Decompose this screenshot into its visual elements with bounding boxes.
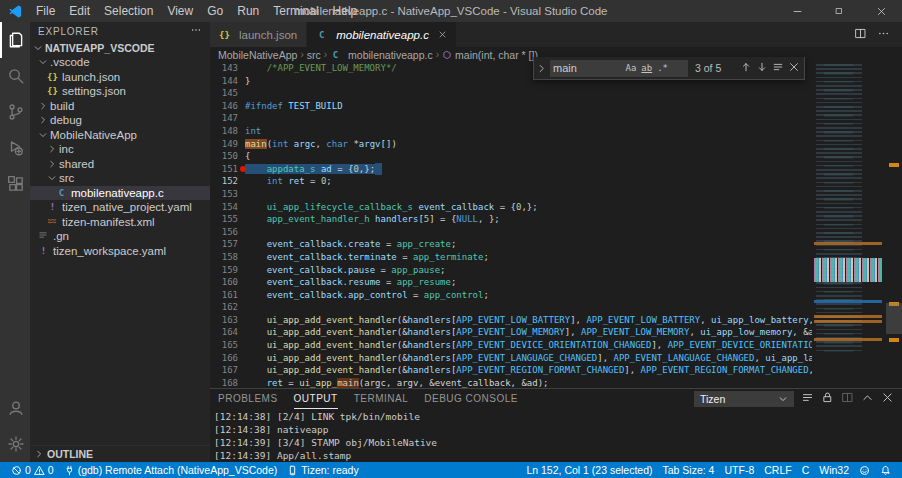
tree-item-tizen_workspace.yaml[interactable]: !tizen_workspace.yaml: [30, 244, 210, 259]
code-line-153[interactable]: 153: [210, 188, 812, 201]
line-number[interactable]: 152: [210, 175, 238, 188]
line-number[interactable]: 160: [210, 276, 238, 289]
line-number[interactable]: 165: [210, 339, 238, 352]
explorer-more-actions-icon[interactable]: [190, 24, 202, 38]
activity-extensions[interactable]: [0, 166, 30, 202]
menu-help[interactable]: Help: [326, 0, 365, 22]
breadcrumb-item-2[interactable]: src: [307, 49, 321, 61]
close-tab-icon[interactable]: [438, 29, 447, 41]
line-number[interactable]: 144: [210, 75, 238, 88]
regex-icon[interactable]: .*: [655, 63, 671, 73]
activity-run-and-debug[interactable]: [0, 130, 30, 166]
line-number[interactable]: 168: [210, 377, 238, 388]
line-number[interactable]: 155: [210, 213, 238, 226]
next-match-icon[interactable]: [756, 59, 768, 77]
status-cursor-position[interactable]: Ln 152, Col 1 (23 selected): [521, 464, 657, 476]
code-line-159[interactable]: 159 event_callback.pause = app_pause;: [210, 264, 812, 277]
line-number[interactable]: 157: [210, 238, 238, 251]
code-line-152[interactable]: 152 int ret = 0;: [210, 175, 812, 188]
line-number[interactable]: 145: [210, 87, 238, 100]
code-line-155[interactable]: 155 app_event_handler_h handlers[5] = {N…: [210, 213, 812, 226]
line-number[interactable]: 164: [210, 326, 238, 339]
menu-go[interactable]: Go: [200, 0, 230, 22]
scroll-lock-icon[interactable]: [821, 390, 834, 408]
breadcrumb-item-4[interactable]: main(int, char * []): [442, 49, 538, 61]
maximize-icon[interactable]: [818, 0, 860, 22]
tizen-status[interactable]: Tizen: ready: [282, 464, 363, 476]
minimap[interactable]: [812, 62, 886, 388]
line-number[interactable]: 147: [210, 112, 238, 125]
activity-search[interactable]: [0, 58, 30, 94]
status-language-mode[interactable]: C: [797, 464, 815, 476]
tree-item-inc[interactable]: inc: [30, 142, 210, 157]
panel-tab-debug-console[interactable]: DEBUG CONSOLE: [424, 389, 518, 409]
code-line-162[interactable]: 162: [210, 301, 812, 314]
match-case-icon[interactable]: Aa: [623, 63, 639, 73]
code-line-165[interactable]: 165 ui_app_add_event_handler(&handlers[A…: [210, 339, 812, 352]
menu-selection[interactable]: Selection: [97, 0, 160, 22]
code-line-158[interactable]: 158 event_callback.terminate = app_termi…: [210, 251, 812, 264]
close-window-icon[interactable]: [860, 0, 902, 22]
tree-item-.gn[interactable]: .gn: [30, 229, 210, 244]
activity-source-control[interactable]: [0, 94, 30, 130]
line-number[interactable]: 167: [210, 364, 238, 377]
code-line-149[interactable]: 149main(int argc, char *argv[]): [210, 138, 812, 151]
close-find-icon[interactable]: [788, 59, 800, 77]
line-number[interactable]: 159: [210, 264, 238, 277]
line-number[interactable]: 153: [210, 188, 238, 201]
code-line-151[interactable]: 151 appdata_s ad = {0,};: [210, 163, 812, 176]
panel-tab-output[interactable]: OUTPUT: [294, 389, 338, 409]
workspace-root-row[interactable]: NATIVEAPP_VSCODE: [30, 40, 210, 55]
menu-file[interactable]: File: [29, 0, 62, 22]
output-channel-select[interactable]: Tizen: [694, 391, 794, 407]
tree-item-build[interactable]: build: [30, 99, 210, 114]
line-number[interactable]: 146: [210, 100, 238, 113]
status-eol[interactable]: CRLF: [759, 464, 796, 476]
code-line-147[interactable]: 147: [210, 112, 812, 125]
tab-mobilenativeapp.c[interactable]: Cmobilenativeapp.c: [307, 22, 457, 47]
toggle-replace-icon[interactable]: [536, 63, 547, 74]
line-number[interactable]: 149: [210, 138, 238, 151]
code-line-146[interactable]: 146#ifndef TEST_BUILD: [210, 100, 812, 113]
code-line-156[interactable]: 156: [210, 226, 812, 239]
panel-tab-problems[interactable]: PROBLEMS: [218, 389, 278, 409]
tree-item-settings.json[interactable]: {}settings.json: [30, 84, 210, 99]
tree-item-mobilenativeapp.c[interactable]: Cmobilenativeapp.c: [30, 186, 210, 201]
tree-item-src[interactable]: src: [30, 171, 210, 186]
line-number[interactable]: 150: [210, 150, 238, 163]
find-input[interactable]: [553, 62, 623, 74]
split-editor-icon[interactable]: [854, 26, 867, 44]
breadcrumb-item-3[interactable]: Cmobilenativeapp.c: [330, 49, 433, 61]
activity-explorer[interactable]: [0, 22, 30, 58]
notifications-bell-icon[interactable]: [875, 465, 896, 476]
problems-status[interactable]: 0 0: [6, 464, 59, 476]
tree-item-tizen-manifest.xml[interactable]: tizen-manifest.xml: [30, 215, 210, 230]
code-line-150[interactable]: 150{: [210, 150, 812, 163]
line-number[interactable]: 156: [210, 226, 238, 239]
code-line-157[interactable]: 157 event_callback.create = app_create;: [210, 238, 812, 251]
code-line-164[interactable]: 164 ui_app_add_event_handler(&handlers[A…: [210, 326, 812, 339]
code-line-167[interactable]: 167 ui_app_add_event_handler(&handlers[A…: [210, 364, 812, 377]
tree-item-tizen_native_project.yaml[interactable]: !tizen_native_project.yaml: [30, 200, 210, 215]
line-number[interactable]: 143: [210, 62, 238, 75]
tree-item-debug[interactable]: debug: [30, 113, 210, 128]
scrollbar-thumb[interactable]: [886, 303, 902, 334]
output-console[interactable]: [12:14:38] [2/4] LINK tpk/bin/mobile[12:…: [214, 410, 882, 462]
status-indentation[interactable]: Tab Size: 4: [658, 464, 720, 476]
editor-more-actions-icon[interactable]: [877, 26, 890, 44]
activity-settings[interactable]: [0, 426, 30, 462]
menu-view[interactable]: View: [160, 0, 200, 22]
tree-item-MobileNativeApp[interactable]: MobileNativeApp: [30, 128, 210, 143]
whole-word-icon[interactable]: ab: [639, 63, 655, 73]
menu-terminal[interactable]: Terminal: [266, 0, 325, 22]
tree-item-launch.json[interactable]: {}launch.json: [30, 70, 210, 85]
outline-section[interactable]: OUTLINE: [30, 445, 210, 462]
previous-match-icon[interactable]: [740, 59, 752, 77]
line-number[interactable]: 166: [210, 352, 238, 365]
line-number[interactable]: 148: [210, 125, 238, 138]
minimize-icon[interactable]: [776, 0, 818, 22]
code-line-145[interactable]: 145: [210, 87, 812, 100]
split-panel-icon[interactable]: [841, 390, 854, 408]
code-editor[interactable]: 143 /*APP_EVENT_LOW_MEMORY*/144}145146#i…: [210, 62, 902, 388]
menu-edit[interactable]: Edit: [62, 0, 97, 22]
